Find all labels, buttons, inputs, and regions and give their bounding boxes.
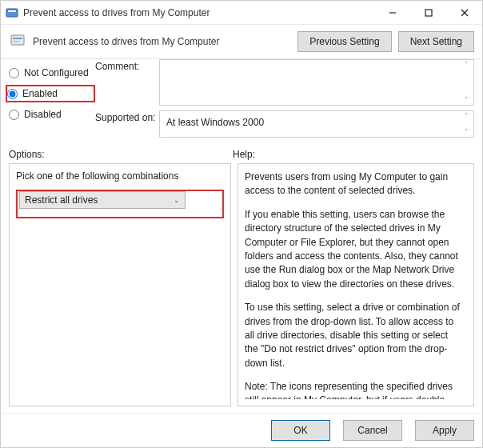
help-panel: Prevents users from using My Computer to…	[238, 163, 474, 406]
caret-down-icon: ˅	[461, 129, 472, 135]
help-paragraph: If you enable this setting, users can br…	[245, 208, 461, 291]
options-label: Options:	[9, 149, 233, 160]
svg-rect-8	[13, 41, 19, 42]
help-paragraph: Note: The icons representing the specifi…	[245, 380, 461, 399]
radio-disabled-label: Disabled	[24, 109, 62, 120]
caret-up-icon: ˄	[461, 62, 472, 68]
restriction-combo[interactable]: Restrict all drives ⌄	[19, 191, 186, 209]
policy-icon	[9, 33, 26, 50]
panels: Pick one of the following combinations R…	[1, 163, 482, 413]
radio-not-configured[interactable]: Not Configured	[9, 67, 95, 78]
help-paragraph: To use this setting, select a drive or c…	[245, 301, 461, 370]
ok-button[interactable]: OK	[271, 420, 330, 441]
svg-rect-0	[6, 9, 18, 17]
apply-button[interactable]: Apply	[415, 420, 474, 441]
cancel-button[interactable]: Cancel	[343, 420, 402, 441]
chevron-down-icon: ⌄	[174, 196, 180, 204]
options-caption: Pick one of the following combinations	[16, 170, 224, 182]
header-title: Prevent access to drives from My Compute…	[33, 36, 297, 47]
radio-not-configured-input[interactable]	[9, 68, 19, 78]
svg-rect-3	[425, 10, 432, 16]
dialog-window: Prevent access to drives from My Compute…	[0, 0, 483, 448]
radio-disabled[interactable]: Disabled	[9, 109, 95, 120]
previous-setting-button[interactable]: Previous Setting	[297, 31, 391, 52]
titlebar: Prevent access to drives from My Compute…	[1, 1, 482, 25]
close-button[interactable]	[446, 1, 482, 24]
section-labels: Options: Help:	[1, 144, 482, 163]
maximize-button[interactable]	[410, 1, 446, 24]
svg-rect-1	[8, 10, 16, 12]
window-controls	[374, 1, 482, 24]
caret-down-icon: ˅	[461, 97, 472, 103]
enabled-highlight: Enabled	[6, 85, 95, 102]
field-grid: Comment: ˄ ˅ Supported on: At least Wind…	[95, 59, 474, 138]
combo-highlight: Restrict all drives ⌄	[16, 190, 224, 218]
restriction-combo-value: Restrict all drives	[25, 194, 98, 206]
app-icon	[6, 6, 18, 19]
help-scroll[interactable]: Prevents users from using My Computer to…	[245, 170, 467, 399]
supported-on-box: At least Windows 2000 ˄ ˅	[159, 110, 474, 138]
comment-scroll[interactable]: ˄ ˅	[461, 62, 472, 103]
header-row: Prevent access to drives from My Compute…	[1, 25, 482, 59]
radio-disabled-input[interactable]	[9, 110, 19, 120]
radio-not-configured-label: Not Configured	[24, 67, 89, 78]
comment-label: Comment:	[95, 59, 159, 72]
minimize-button[interactable]	[374, 1, 410, 24]
footer: OK Cancel Apply	[1, 413, 482, 447]
caret-up-icon: ˄	[461, 113, 472, 119]
help-label: Help:	[233, 149, 255, 160]
next-setting-button[interactable]: Next Setting	[398, 31, 474, 52]
svg-rect-7	[13, 38, 22, 39]
field-column: Comment: ˄ ˅ Supported on: At least Wind…	[95, 59, 474, 138]
comment-textarea[interactable]: ˄ ˅	[159, 59, 474, 106]
radio-enabled-label: Enabled	[22, 88, 58, 99]
window-title: Prevent access to drives from My Compute…	[23, 7, 374, 18]
radio-enabled-input[interactable]	[7, 89, 18, 99]
supported-on-label: Supported on:	[95, 110, 159, 123]
supported-scroll[interactable]: ˄ ˅	[461, 113, 472, 135]
state-radio-group: Not Configured Enabled Disabled	[9, 59, 95, 138]
radio-enabled[interactable]: Enabled	[7, 88, 86, 99]
supported-on-value: At least Windows 2000	[166, 117, 264, 128]
settings-row: Not Configured Enabled Disabled Comment:	[1, 59, 482, 144]
help-paragraph: Prevents users from using My Computer to…	[245, 170, 461, 198]
svg-rect-6	[11, 35, 24, 45]
options-panel: Pick one of the following combinations R…	[9, 163, 231, 406]
